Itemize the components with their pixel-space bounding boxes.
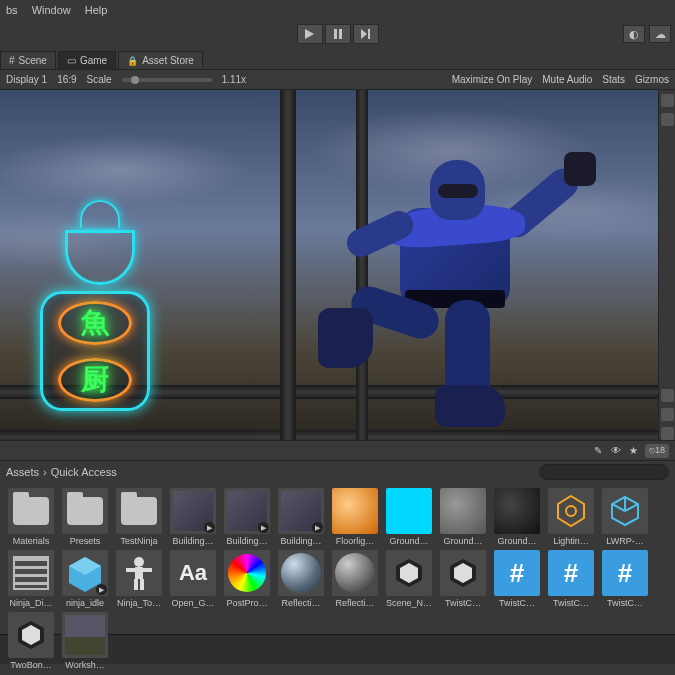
asset-thumb: ▶ xyxy=(170,488,216,534)
asset-item[interactable]: ▶ninja_idle xyxy=(60,550,110,608)
step-button[interactable] xyxy=(353,24,379,44)
asset-label: TwistC… xyxy=(600,598,650,608)
cloud-icon[interactable]: ☁ xyxy=(649,25,671,43)
asset-item[interactable]: PostPro… xyxy=(222,550,272,608)
asset-item[interactable]: Ground… xyxy=(438,488,488,546)
svg-rect-18 xyxy=(140,579,144,590)
asset-label: Worksh… xyxy=(60,660,110,670)
menu-item[interactable]: bs xyxy=(6,4,18,16)
asset-thumb: Aa xyxy=(170,550,216,596)
asset-item[interactable]: Reflecti… xyxy=(276,550,326,608)
asset-label: Building… xyxy=(168,536,218,546)
svg-point-6 xyxy=(566,506,576,516)
asset-item[interactable]: Floorlig… xyxy=(330,488,380,546)
asset-item[interactable]: Worksh… xyxy=(60,612,110,670)
gutter-btn[interactable] xyxy=(661,408,674,421)
maximize-toggle[interactable]: Maximize On Play xyxy=(452,74,533,85)
asset-item[interactable]: TwistC… xyxy=(438,550,488,608)
gutter-btn[interactable] xyxy=(661,389,674,402)
menu-item[interactable]: Help xyxy=(85,4,108,16)
pause-button[interactable] xyxy=(325,24,351,44)
asset-label: Lightin… xyxy=(546,536,596,546)
asset-item[interactable]: Ground… xyxy=(492,488,542,546)
asset-item[interactable]: Ninja_Di… xyxy=(6,550,56,608)
viewport-footer: ✎ 👁 ★ ⦸18 xyxy=(0,440,675,460)
asset-label: TwistC… xyxy=(546,598,596,608)
ninja-character xyxy=(310,160,610,440)
aspect-dropdown[interactable]: 16:9 xyxy=(57,74,76,85)
gizmos-dropdown[interactable]: Gizmos xyxy=(635,74,669,85)
tab-game[interactable]: ▭Game xyxy=(58,51,116,69)
asset-item[interactable]: Scene_N… xyxy=(384,550,434,608)
asset-item[interactable]: Materials xyxy=(6,488,56,546)
asset-thumb xyxy=(224,550,270,596)
tab-asset-store[interactable]: 🔒Asset Store xyxy=(118,51,203,69)
mute-toggle[interactable]: Mute Audio xyxy=(542,74,592,85)
star-icon[interactable]: ★ xyxy=(627,444,641,458)
game-viewport xyxy=(0,90,658,440)
search-input[interactable] xyxy=(539,464,669,480)
asset-thumb xyxy=(62,488,108,534)
asset-thumb xyxy=(8,550,54,596)
asset-item[interactable]: TwoBon… xyxy=(6,612,56,670)
asset-item[interactable]: TestNinja xyxy=(114,488,164,546)
asset-item[interactable]: #TwistC… xyxy=(492,550,542,608)
svg-marker-0 xyxy=(305,29,314,39)
asset-item[interactable]: Presets xyxy=(60,488,110,546)
asset-label: Ninja_To… xyxy=(114,598,164,608)
asset-label: Building… xyxy=(276,536,326,546)
asset-item[interactable]: Lightin… xyxy=(546,488,596,546)
asset-item[interactable]: #TwistC… xyxy=(546,550,596,608)
asset-label: TwistC… xyxy=(492,598,542,608)
breadcrumb-current[interactable]: Quick Access xyxy=(51,466,117,478)
stats-toggle[interactable]: Stats xyxy=(602,74,625,85)
display-dropdown[interactable]: Display 1 xyxy=(6,74,47,85)
svg-marker-3 xyxy=(361,29,367,39)
asset-thumb xyxy=(278,550,324,596)
asset-label: Ground… xyxy=(492,536,542,546)
asset-thumb xyxy=(62,612,108,658)
gutter-btn[interactable] xyxy=(661,427,674,440)
asset-thumb xyxy=(332,488,378,534)
asset-thumb xyxy=(548,488,594,534)
lock-icon: 🔒 xyxy=(127,56,138,66)
asset-item[interactable]: #TwistC… xyxy=(600,550,650,608)
collab-icon[interactable]: ◐ xyxy=(623,25,645,43)
gutter-btn[interactable] xyxy=(661,113,674,126)
asset-label: TwistC… xyxy=(438,598,488,608)
scale-slider[interactable] xyxy=(122,78,212,82)
asset-thumb: ▶ xyxy=(278,488,324,534)
tab-scene[interactable]: #Scene xyxy=(0,51,56,69)
asset-item[interactable]: Ninja_To… xyxy=(114,550,164,608)
asset-thumb xyxy=(116,550,162,596)
project-breadcrumb: Assets › Quick Access xyxy=(0,460,675,482)
asset-label: Reflecti… xyxy=(330,598,380,608)
svg-rect-16 xyxy=(143,568,152,572)
asset-item[interactable]: Ground… xyxy=(384,488,434,546)
asset-label: Scene_N… xyxy=(384,598,434,608)
asset-thumb: # xyxy=(602,550,648,596)
view-tabs: #Scene ▭Game 🔒Asset Store xyxy=(0,48,675,70)
scale-label: Scale xyxy=(87,74,112,85)
asset-item[interactable]: LWRP-… xyxy=(600,488,650,546)
gutter-btn[interactable] xyxy=(661,94,674,107)
svg-point-13 xyxy=(134,557,144,567)
menu-item[interactable]: Window xyxy=(32,4,71,16)
asset-item[interactable]: ▶Building… xyxy=(276,488,326,546)
asset-label: Reflecti… xyxy=(276,598,326,608)
breadcrumb-root[interactable]: Assets xyxy=(6,466,39,478)
eye-icon[interactable]: 👁 xyxy=(609,444,623,458)
svg-rect-14 xyxy=(135,567,143,579)
asset-thumb: ▶ xyxy=(224,488,270,534)
asset-item[interactable]: ▶Building… xyxy=(168,488,218,546)
pencil-icon[interactable]: ✎ xyxy=(591,444,605,458)
asset-item[interactable]: Reflecti… xyxy=(330,550,380,608)
play-button[interactable] xyxy=(297,24,323,44)
game-icon: ▭ xyxy=(67,55,76,66)
asset-item[interactable]: ▶Building… xyxy=(222,488,272,546)
asset-grid: MaterialsPresetsTestNinja▶Building…▶Buil… xyxy=(0,482,675,634)
asset-item[interactable]: AaOpen_G… xyxy=(168,550,218,608)
asset-label: Ground… xyxy=(438,536,488,546)
svg-rect-15 xyxy=(126,568,135,572)
chevron-right-icon: › xyxy=(43,466,47,478)
